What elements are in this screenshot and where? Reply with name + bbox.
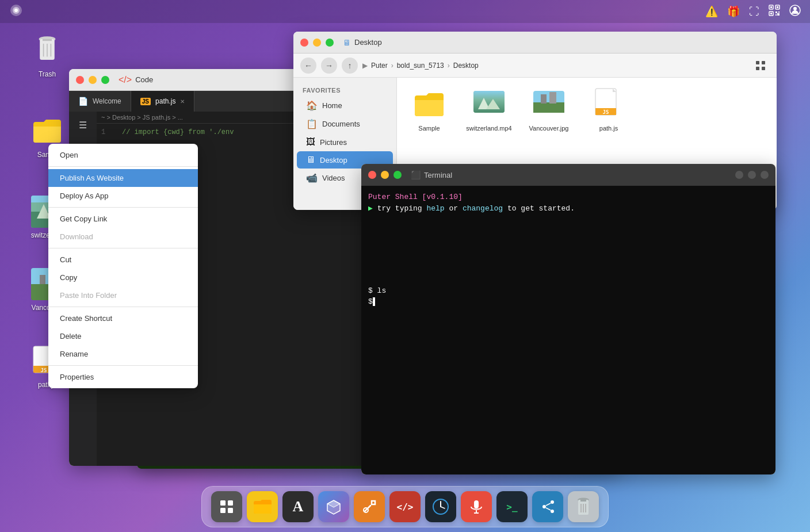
- dock-code-btn[interactable]: </>: [389, 491, 421, 522]
- code-min-btn[interactable]: [89, 76, 97, 84]
- cm-get-copy-link[interactable]: Get Copy Link: [48, 210, 198, 228]
- welcome-tab-label: Welcome: [93, 97, 121, 105]
- desktop-icon-trash[interactable]: Trash: [21, 35, 73, 78]
- videos-icon: 📹: [306, 173, 318, 183]
- fm-sidebar-home[interactable]: 🏠 Home: [297, 97, 393, 114]
- fm-file-sample[interactable]: Sample: [406, 87, 452, 132]
- topbar-left: [9, 3, 23, 20]
- breadcrumb-puter[interactable]: Puter: [371, 62, 388, 70]
- fm-file-vancouver[interactable]: Vancouver.jpg: [526, 87, 572, 132]
- svg-rect-8: [770, 13, 772, 14]
- dock-share-btn[interactable]: [532, 491, 563, 522]
- cm-properties-label: Properties: [60, 373, 94, 381]
- cm-publish-website[interactable]: Publish As Website: [48, 169, 198, 187]
- fm-min-btn[interactable]: [313, 39, 321, 47]
- user-icon[interactable]: [789, 5, 801, 19]
- breadcrumb-user[interactable]: bold_sun_5713: [397, 62, 444, 70]
- fm-back-btn[interactable]: ←: [300, 58, 316, 74]
- svg-rect-6: [777, 6, 778, 8]
- cm-publish-label: Publish As Website: [60, 174, 124, 182]
- code-close-btn[interactable]: [76, 76, 84, 84]
- dock-clock-btn[interactable]: [425, 491, 456, 522]
- svg-rect-34: [762, 61, 765, 64]
- fm-up-btn[interactable]: ↑: [342, 58, 358, 74]
- fullscreen-icon[interactable]: ⛶: [749, 6, 759, 18]
- cm-properties[interactable]: Properties: [48, 368, 198, 386]
- breadcrumb-desktop[interactable]: Desktop: [453, 62, 479, 70]
- cm-copy[interactable]: Copy: [48, 269, 198, 286]
- fm-sidebar-pictures[interactable]: 🖼 Pictures: [297, 133, 393, 151]
- code-text-1: // import {cwd} from './env: [122, 128, 234, 136]
- svg-point-61: [542, 505, 546, 508]
- terminal-body[interactable]: Puter Shell [v0.1.10] ▶ try typing help …: [361, 186, 775, 474]
- svg-text:JS: JS: [41, 368, 47, 373]
- gift-icon[interactable]: 🎁: [727, 5, 740, 18]
- svg-rect-58: [474, 500, 479, 508]
- terminal-close-btn2[interactable]: [761, 171, 769, 179]
- cm-cut-label: Cut: [60, 255, 71, 264]
- cm-paste-label: Paste Into Folder: [60, 291, 117, 300]
- svg-rect-12: [777, 13, 780, 16]
- puter-logo[interactable]: [9, 3, 23, 20]
- warning-icon[interactable]: ⚠️: [705, 5, 718, 18]
- terminal-max-btn[interactable]: [393, 171, 402, 179]
- cm-delete-label: Delete: [60, 332, 82, 340]
- terminal-min-btn[interactable]: [381, 171, 389, 179]
- context-menu: Open Publish As Website Deploy As App Ge…: [48, 144, 198, 388]
- qr-icon[interactable]: [769, 5, 780, 19]
- dock-terminal-btn[interactable]: >_: [496, 491, 528, 522]
- dock-font-btn[interactable]: A: [282, 491, 314, 522]
- fm-sidebar-documents[interactable]: 📋 Documents: [297, 115, 393, 133]
- tab-pathjs[interactable]: JS path.js ✕: [131, 91, 195, 112]
- cm-delete[interactable]: Delete: [48, 327, 198, 345]
- dock-tools-btn[interactable]: [354, 491, 385, 522]
- cm-rename[interactable]: Rename: [48, 345, 198, 363]
- terminal-or: or: [449, 204, 463, 213]
- fm-max-btn[interactable]: [326, 39, 334, 47]
- terminal-min-btn2[interactable]: [735, 171, 743, 179]
- terminal-title-icon: ⬛: [411, 170, 421, 179]
- svg-rect-51: [228, 508, 233, 513]
- fm-file-pathjs[interactable]: JS path.js: [586, 87, 632, 132]
- home-icon: 🏠: [306, 100, 318, 111]
- cm-sep5: [48, 365, 198, 366]
- terminal-close-btn[interactable]: [368, 171, 376, 179]
- dock-code-icon: </>: [397, 502, 414, 512]
- dock-terminal-icon: >_: [506, 502, 517, 512]
- sidebar-explorer[interactable]: ☰: [74, 116, 91, 133]
- breadcrumb-sep1: ›: [391, 62, 393, 70]
- terminal-max-btn2[interactable]: [748, 171, 756, 179]
- pathjs-tab-icon: JS: [140, 98, 151, 105]
- terminal-header: Puter Shell [v0.1.10]: [368, 193, 463, 201]
- cm-open[interactable]: Open: [48, 146, 198, 164]
- fm-close-btn[interactable]: [300, 39, 308, 47]
- pathjs-tab-label: path.js: [155, 97, 175, 105]
- dock: A </> >_: [201, 486, 609, 527]
- cm-cut[interactable]: Cut: [48, 251, 198, 269]
- dock-font-icon: A: [293, 498, 304, 515]
- topbar-right: ⚠️ 🎁 ⛶: [705, 5, 801, 19]
- cm-create-shortcut[interactable]: Create Shortcut: [48, 309, 198, 327]
- dock-trash-btn[interactable]: [568, 491, 599, 522]
- cm-deploy-app[interactable]: Deploy As App: [48, 187, 198, 205]
- terminal-line-1: Puter Shell [v0.1.10]: [368, 193, 769, 201]
- dock-mic-btn[interactable]: [461, 491, 492, 522]
- dock-grid-btn[interactable]: [211, 491, 242, 522]
- fm-file-switzerland[interactable]: switzerland.mp4: [466, 87, 512, 132]
- fm-forward-btn[interactable]: →: [321, 58, 337, 74]
- svg-rect-42: [533, 102, 564, 113]
- dock-folder-btn[interactable]: [247, 491, 278, 522]
- svg-rect-49: [228, 500, 233, 506]
- svg-rect-17: [43, 39, 52, 41]
- pictures-icon: 🖼: [306, 137, 315, 147]
- pathjs-tab-close[interactable]: ✕: [180, 98, 185, 105]
- code-max-btn[interactable]: [101, 76, 109, 84]
- cm-copy-link-label: Get Copy Link: [60, 215, 107, 223]
- dock-3d-btn[interactable]: [318, 491, 349, 522]
- svg-line-64: [546, 503, 551, 506]
- tab-welcome[interactable]: 📄 Welcome: [69, 91, 131, 112]
- cm-rename-label: Rename: [60, 350, 88, 358]
- terminal-help: help: [426, 204, 444, 213]
- fm-breadcrumb: ▶ Puter › bold_sun_5713 › Desktop: [362, 62, 747, 70]
- fm-view-grid[interactable]: [751, 56, 770, 75]
